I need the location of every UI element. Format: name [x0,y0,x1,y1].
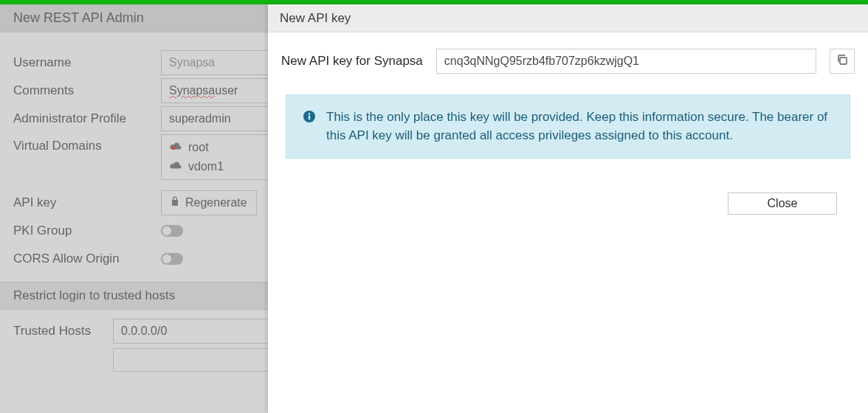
admin-profile-label: Administrator Profile [13,111,161,126]
cors-toggle[interactable] [161,253,183,265]
regenerate-label: Regenerate [185,196,247,209]
comments-text-rest: user [215,84,238,97]
cors-label: CORS Allow Origin [13,251,161,266]
username-label: Username [13,55,161,70]
info-icon [303,110,316,145]
cloud-icon [169,141,182,154]
svg-rect-2 [840,58,847,64]
svg-rect-5 [309,116,310,120]
pki-group-toggle[interactable] [161,225,183,237]
comments-text-underlined: Synapsa [169,84,215,97]
svg-point-0 [172,147,176,150]
lock-icon [170,196,179,209]
pki-group-label: PKI Group [13,223,161,238]
copy-icon [836,54,848,69]
svg-point-4 [309,113,311,115]
comments-label: Comments [13,83,161,98]
close-button[interactable]: Close [728,192,837,215]
api-key-label: API key [13,195,161,210]
trusted-hosts-label: Trusted Hosts [13,324,113,339]
api-key-field-label: New API key for Synapsa [281,54,423,69]
vdom-item-label: vdom1 [188,160,224,173]
virtual-domains-label: Virtual Domains [13,134,161,153]
cloud-icon [169,160,182,173]
api-key-value-input[interactable] [436,49,816,74]
copy-api-key-button[interactable] [830,49,855,74]
new-api-key-modal: New API key New API key for Synapsa [268,4,868,413]
info-callout: This is the only place this key will be … [286,94,850,159]
modal-title: New API key [268,4,868,32]
vdom-item-label: root [188,141,209,154]
regenerate-button[interactable]: Regenerate [161,190,257,215]
info-text: This is the only place this key will be … [326,108,833,145]
